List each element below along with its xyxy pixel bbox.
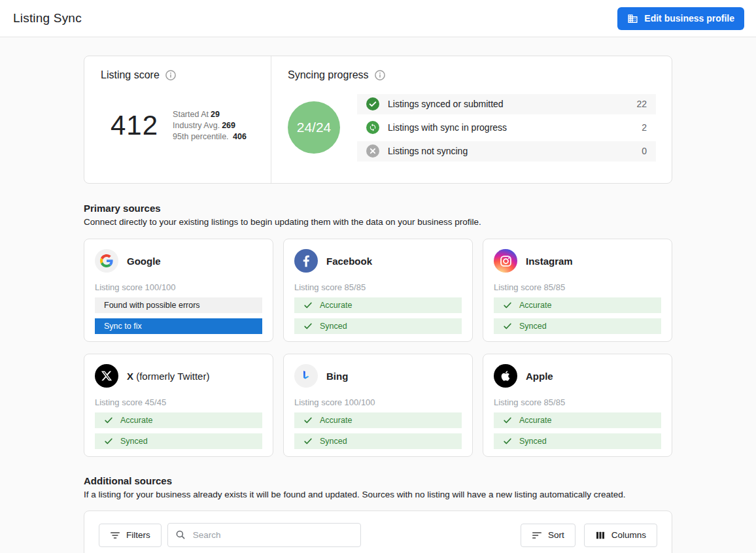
sync-progress-row: Listings with sync in progress 2 [357,118,656,138]
listing-score-value: 412 [111,110,158,141]
sync-row-value: 0 [642,146,647,156]
status-synced-bar: Synced [294,433,462,449]
columns-button[interactable]: Columns [584,524,657,547]
primary-sources-grid: Google Listing score 100/100 Found with … [84,239,672,457]
sync-progress-badge: 24/24 [288,101,340,154]
primary-sources-subtitle: Connect directly to your existing listin… [84,217,672,227]
source-card-bing: Bing Listing score 100/100 Accurate Sync… [283,354,473,457]
sync-row-label: Listings synced or submitted [388,99,628,109]
check-icon [503,416,512,425]
sync-row-label: Listings not syncing [388,146,633,156]
sort-button[interactable]: Sort [521,524,576,547]
check-icon [303,322,313,331]
sort-icon [532,530,542,541]
sync-progress-row: Listings synced or submitted 22 [357,94,656,114]
source-score: Listing score 85/85 [494,282,661,292]
source-score: Listing score 100/100 [95,282,262,292]
source-score: Listing score 85/85 [294,282,462,292]
status-label: Sync to fix [104,322,142,331]
sync-circle-icon [366,121,379,134]
source-name: X (formerly Twitter) [127,371,209,382]
status-synced-bar: Synced [95,433,262,449]
status-label: Synced [519,322,547,331]
search-icon [175,529,186,541]
check-icon [104,437,113,446]
check-icon [503,437,512,446]
status-accurate-bar: Accurate [294,412,462,428]
status-accurate-bar: Accurate [294,297,462,313]
listing-score-panel: Listing score 412 Started At29 Industry … [84,56,271,183]
search-field-wrap [167,523,361,547]
listing-score-title: Listing score [101,69,160,81]
stat-industry-avg: Industry Avg.269 [173,121,247,130]
check-icon [303,437,313,446]
sync-progress-row: Listings not syncing 0 [357,141,656,161]
filters-label: Filters [126,530,150,540]
primary-sources-title: Primary sources [84,203,672,214]
info-icon[interactable] [165,69,177,81]
main-content: Listing score 412 Started At29 Industry … [84,56,672,553]
source-score: Listing score 85/85 [494,397,661,407]
sort-label: Sort [548,530,564,540]
sync-row-label: Listings with sync in progress [388,122,633,133]
search-input[interactable] [167,523,361,547]
edit-business-profile-button[interactable]: Edit business profile [617,7,744,30]
source-score: Listing score 45/45 [95,397,262,407]
columns-icon [595,530,606,541]
additional-sources-subtitle: If a listing for your business already e… [84,490,672,499]
bing-logo-icon [294,364,318,388]
additional-sources-card: Filters Sort Columns [84,511,672,553]
business-building-icon [627,13,638,24]
stat-95th-percentile: 95th percentile. 406 [173,132,247,141]
source-name: Instagram [526,256,573,267]
status-synced-bar: Synced [494,433,661,449]
source-name: Bing [326,371,348,382]
status-label: Accurate [320,301,352,310]
status-label: Accurate [519,416,551,425]
status-accurate-bar: Accurate [494,412,661,428]
table-toolbar: Filters Sort Columns [84,511,672,553]
status-synced-bar: Synced [294,318,462,334]
source-name: Facebook [326,256,372,267]
info-icon[interactable] [374,69,386,81]
edit-business-profile-label: Edit business profile [644,13,734,24]
filters-button[interactable]: Filters [99,524,162,547]
columns-label: Columns [611,530,646,540]
filter-icon [110,530,120,541]
status-label: Accurate [120,416,152,425]
additional-sources-title: Additional sources [84,475,672,486]
x-logo-icon [95,364,118,388]
status-label: Found with possible errors [104,301,200,310]
source-name: Google [127,256,161,267]
syncing-progress-panel: Syncing progress 24/24 Listings synced o… [271,56,672,183]
page-title: Listing Sync [13,11,82,25]
source-card-apple: Apple Listing score 85/85 Accurate Synce… [483,354,672,457]
stat-started-at: Started At29 [173,110,247,119]
status-accurate-bar: Accurate [95,412,262,428]
source-card-google: Google Listing score 100/100 Found with … [84,239,273,342]
check-icon [303,301,313,310]
listing-score-stats: Started At29 Industry Avg.269 95th perce… [173,110,247,141]
syncing-progress-title: Syncing progress [288,69,369,81]
sync-to-fix-button[interactable]: Sync to fix [95,318,262,334]
source-card-x-twitter: X (formerly Twitter) Listing score 45/45… [84,354,273,457]
check-icon [303,416,313,425]
sync-row-value: 22 [636,99,647,109]
google-logo-icon [95,249,118,273]
status-warning-bar: Found with possible errors [95,297,262,313]
apple-logo-icon [494,364,517,388]
check-icon [503,301,512,310]
top-bar: Listing Sync Edit business profile [0,0,756,37]
source-name: Apple [526,371,553,382]
facebook-logo-icon [294,249,318,273]
status-label: Synced [320,437,347,446]
status-label: Synced [519,437,547,446]
x-circle-icon [366,144,379,158]
status-synced-bar: Synced [494,318,661,334]
sync-progress-list: Listings synced or submitted 22 Listings… [357,94,656,161]
check-icon [503,322,512,331]
instagram-logo-icon [494,249,517,273]
source-score: Listing score 100/100 [294,397,462,407]
status-label: Accurate [519,301,551,310]
source-card-instagram: Instagram Listing score 85/85 Accurate S… [483,239,672,342]
